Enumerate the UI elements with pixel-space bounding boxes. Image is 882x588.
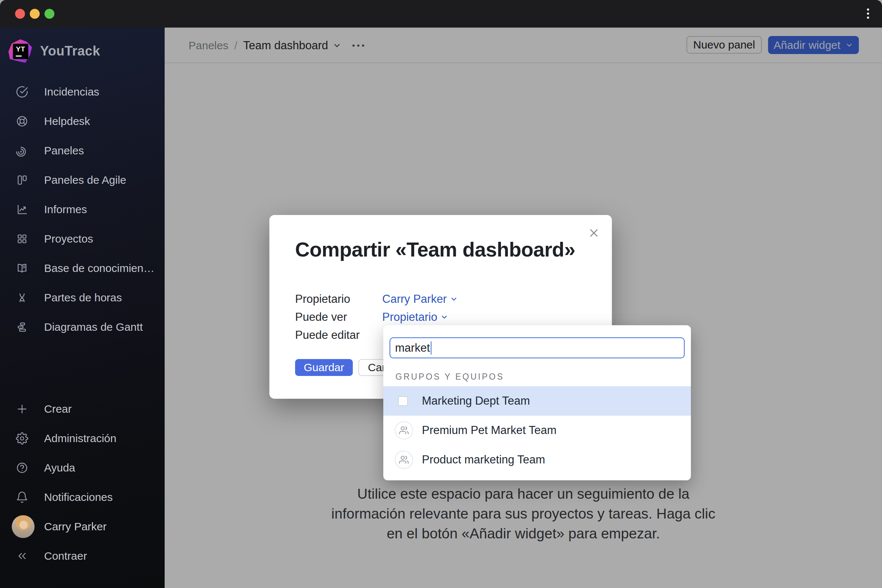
- chevron-down-icon: [440, 313, 448, 321]
- list-item[interactable]: Premium Pet Market Team: [383, 416, 691, 445]
- can-view-value: Propietario: [382, 310, 437, 324]
- group-options: Marketing Dept Team Premium Pet Market T…: [383, 386, 691, 474]
- sidebar-item-paneles-de-agile[interactable]: Paneles de Agile: [0, 165, 165, 195]
- knowledge-base-icon: [16, 262, 28, 274]
- owner-label: Propietario: [295, 292, 382, 306]
- youtrack-logo-icon: YT: [9, 39, 32, 63]
- issues-icon: [16, 86, 28, 98]
- sidebar-item-crear[interactable]: Crear: [0, 394, 165, 424]
- sidebar-item-base-de-conocimiento[interactable]: Base de conocimien…: [0, 254, 165, 283]
- sidebar-item-paneles[interactable]: Paneles: [0, 136, 165, 165]
- dialog-title: Compartir «Team dashboard»: [295, 238, 575, 261]
- sidebar-item-ayuda[interactable]: Ayuda: [0, 453, 165, 483]
- help-icon: [16, 462, 28, 474]
- app-window: Paneles / Team dashboard Nuevo panel Aña…: [0, 0, 882, 588]
- gear-icon: [16, 432, 28, 445]
- sidebar-item-diagramas-de-gantt[interactable]: Diagramas de Gantt: [0, 312, 165, 342]
- groups-section-header: GRUPOS Y EQUIPOS: [395, 372, 504, 382]
- can-view-row: Puede ver Propietario: [295, 308, 458, 326]
- owner-select[interactable]: Carry Parker: [382, 292, 458, 306]
- sidebar: YT YouTrack Incidencias Helpdesk Paneles…: [0, 28, 165, 588]
- window-close-button[interactable]: [15, 9, 25, 19]
- sidebar-user-profile[interactable]: Carry Parker: [0, 512, 165, 542]
- save-button[interactable]: Guardar: [295, 359, 353, 376]
- gantt-icon: [16, 321, 28, 333]
- sidebar-item-proyectos[interactable]: Proyectos: [0, 224, 165, 254]
- sidebar-item-partes-de-horas[interactable]: Partes de horas: [0, 283, 165, 312]
- agile-boards-icon: [16, 174, 28, 186]
- timesheets-icon: [16, 291, 28, 304]
- sidebar-nav: Incidencias Helpdesk Paneles Paneles de …: [0, 77, 165, 342]
- can-view-select[interactable]: Propietario: [382, 310, 448, 324]
- dashboards-icon: [16, 144, 28, 157]
- window-controls: [15, 9, 54, 19]
- browser-menu-icon[interactable]: [866, 9, 870, 19]
- search-value: market: [395, 341, 430, 355]
- list-item[interactable]: Product marketing Team: [383, 445, 691, 474]
- window-zoom-button[interactable]: [45, 9, 54, 19]
- group-name: Marketing Dept Team: [422, 394, 530, 408]
- team-icon: [395, 421, 413, 440]
- sidebar-item-helpdesk[interactable]: Helpdesk: [0, 106, 165, 136]
- team-icon: [395, 450, 413, 469]
- reports-icon: [16, 203, 28, 216]
- chevron-down-icon: [450, 295, 458, 303]
- close-icon[interactable]: [587, 226, 601, 240]
- owner-value: Carry Parker: [382, 292, 447, 306]
- can-view-label: Puede ver: [295, 310, 382, 324]
- can-edit-label: Puede editar: [295, 328, 382, 342]
- text-caret: [431, 341, 432, 355]
- sidebar-item-informes[interactable]: Informes: [0, 195, 165, 224]
- plus-icon: [16, 403, 28, 415]
- group-name: Premium Pet Market Team: [422, 424, 556, 437]
- sidebar-item-incidencias[interactable]: Incidencias: [0, 77, 165, 106]
- sidebar-item-administracion[interactable]: Administración: [0, 424, 165, 453]
- user-name: Carry Parker: [44, 520, 106, 533]
- bell-icon: [16, 491, 28, 504]
- owner-row: Propietario Carry Parker: [295, 290, 458, 308]
- sidebar-item-notificaciones[interactable]: Notificaciones: [0, 483, 165, 512]
- group-selector-popup: market GRUPOS Y EQUIPOS Marketing Dept T…: [383, 325, 691, 480]
- window-minimize-button[interactable]: [30, 9, 40, 19]
- collapse-icon: [16, 550, 28, 562]
- list-item[interactable]: Marketing Dept Team: [383, 386, 691, 416]
- checkbox[interactable]: [398, 396, 408, 406]
- group-name: Product marketing Team: [422, 453, 545, 466]
- helpdesk-icon: [16, 115, 28, 128]
- window-titlebar: [0, 0, 882, 28]
- projects-icon: [16, 232, 28, 245]
- sidebar-footer: Crear Administración Ayuda Notificacione…: [0, 394, 165, 571]
- avatar: [12, 515, 34, 538]
- youtrack-logo[interactable]: YT YouTrack: [9, 39, 100, 63]
- brand-name: YouTrack: [40, 44, 100, 59]
- sidebar-collapse-button[interactable]: Contraer: [0, 542, 165, 571]
- search-input[interactable]: market: [390, 338, 685, 358]
